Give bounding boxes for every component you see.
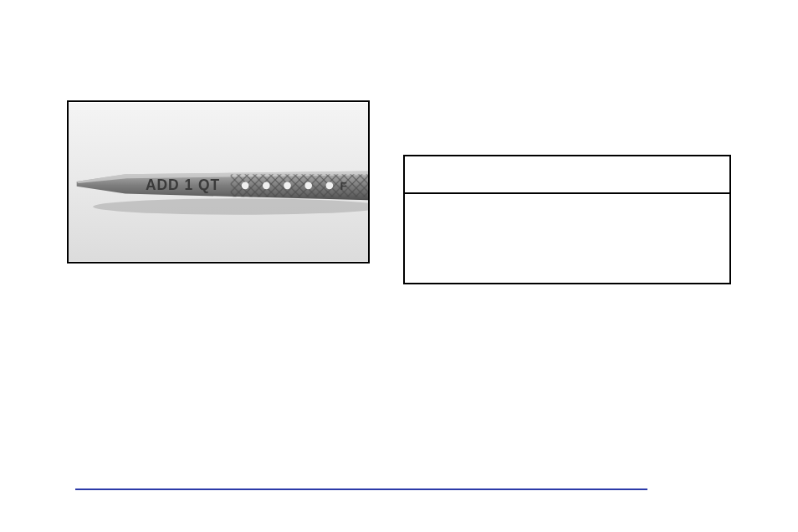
svg-point-3 (242, 182, 249, 190)
page: ADD 1 QT F (0, 0, 798, 532)
svg-point-7 (326, 182, 334, 190)
svg-point-4 (263, 182, 270, 190)
info-table (403, 155, 731, 284)
table-body (403, 192, 731, 284)
svg-text:F: F (340, 180, 346, 192)
svg-text:ADD 1 QT: ADD 1 QT (146, 176, 220, 193)
dipstick-image: ADD 1 QT F (69, 102, 368, 262)
svg-rect-2 (231, 174, 369, 197)
table-header (403, 155, 731, 192)
dipstick-image-frame: ADD 1 QT F (67, 100, 370, 263)
svg-point-6 (304, 182, 312, 190)
content-row: ADD 1 QT F (67, 100, 731, 284)
footer-divider (75, 489, 647, 490)
svg-point-5 (284, 182, 291, 190)
